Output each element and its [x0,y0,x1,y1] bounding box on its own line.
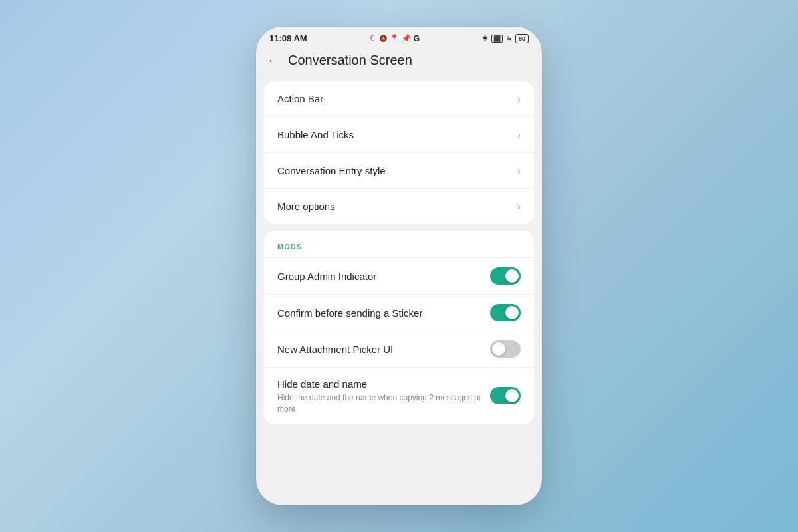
toggle-item-group-admin[interactable]: Group Admin Indicator [264,257,534,294]
status-time: 11:08 AM [269,33,307,43]
chevron-right-icon: › [517,201,521,212]
toggle-label: Confirm before sending a Sticker [277,306,482,320]
screen-icon: ⬛ [491,35,503,43]
page-title: Conversation Screen [288,53,412,68]
menu-card: Action Bar › Bubble And Ticks › Conversa… [264,81,534,224]
status-icons: ☾ 🔕 📍 📌 G [370,34,420,43]
chevron-right-icon: › [517,130,521,140]
toggle-hide-date[interactable] [490,387,521,404]
toggle-thumb [505,269,519,283]
scroll-content[interactable]: Action Bar › Bubble And Ticks › Conversa… [256,76,542,505]
toggle-label: New Attachment Picker UI [277,342,482,356]
chevron-right-icon: › [517,166,521,176]
toggle-attachment-picker[interactable] [490,340,521,358]
toggle-confirm-sticker[interactable] [490,304,521,321]
menu-item-label: Bubble And Ticks [277,129,354,140]
menu-item-label: Conversation Entry style [277,165,386,176]
toggle-item-text: Group Admin Indicator [277,269,490,283]
menu-item-action-bar[interactable]: Action Bar › [264,81,534,117]
menu-item-label: More options [277,201,335,212]
toggle-thumb [492,342,505,356]
chevron-right-icon: › [517,94,521,104]
silent-icon: 🔕 [379,35,387,42]
toggle-item-hide-date[interactable]: Hide date and name Hide the date and the… [264,367,534,424]
moon-icon: ☾ [370,34,376,43]
toggle-label: Hide date and name [277,377,482,391]
toggle-group-admin[interactable] [490,267,521,285]
mods-label: MODS [277,243,302,251]
clip-icon: 📌 [402,34,411,43]
phone-frame: 11:08 AM ☾ 🔕 📍 📌 G ✱ ⬛ ≋ 80 ← Conversati… [256,27,542,505]
menu-item-more-options[interactable]: More options › [264,189,534,224]
toggle-label: Group Admin Indicator [277,269,482,283]
wifi-icon: ≋ [506,34,512,43]
status-bar: 11:08 AM ☾ 🔕 📍 📌 G ✱ ⬛ ≋ 80 [256,27,542,47]
mods-section: MODS Group Admin Indicator Confirm befor… [264,231,534,424]
back-button[interactable]: ← [267,53,280,68]
toggle-item-text: New Attachment Picker UI [277,342,490,356]
g-icon: G [414,34,420,43]
menu-item-conversation-entry[interactable]: Conversation Entry style › [264,153,534,189]
header: ← Conversation Screen [256,47,542,76]
mods-header: MODS [264,231,534,257]
toggle-thumb [505,306,519,319]
toggle-item-text: Hide date and name Hide the date and the… [277,377,490,415]
menu-item-bubble-ticks[interactable]: Bubble And Ticks › [264,117,534,153]
toggle-item-attachment-picker[interactable]: New Attachment Picker UI [264,331,534,367]
bluetooth-icon: ✱ [482,34,488,43]
menu-item-label: Action Bar [277,93,323,104]
battery-icon: 80 [515,34,529,43]
toggle-sublabel: Hide the date and the name when copying … [277,392,482,415]
toggle-item-text: Confirm before sending a Sticker [277,306,490,320]
pin-icon: 📍 [390,34,399,43]
toggle-item-confirm-sticker[interactable]: Confirm before sending a Sticker [264,294,534,331]
status-right-icons: ✱ ⬛ ≋ 80 [482,34,529,43]
